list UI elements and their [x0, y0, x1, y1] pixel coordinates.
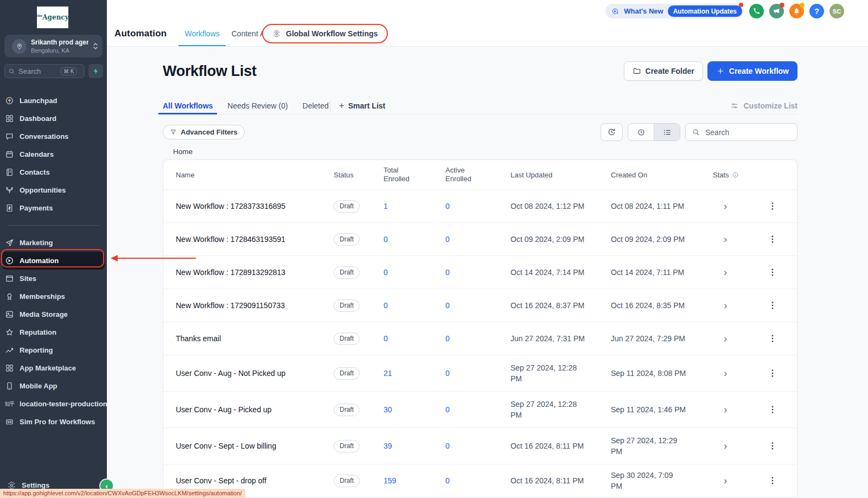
- workflow-name[interactable]: New Workflow : 1728373316895: [163, 202, 334, 210]
- column-header-name: Name: [163, 171, 334, 179]
- row-menu-kebab[interactable]: ⋮: [768, 476, 777, 485]
- sidebar-item-memberships[interactable]: Memberships: [2, 288, 105, 305]
- workflow-name[interactable]: User Conv - Sept - drop off: [163, 476, 334, 485]
- conversations-icon: [5, 132, 14, 141]
- active-enrolled-link[interactable]: 0: [445, 301, 450, 310]
- total-enrolled-link[interactable]: 159: [384, 476, 396, 485]
- active-enrolled-link[interactable]: 0: [445, 268, 450, 277]
- media-storage-icon: [5, 310, 14, 319]
- row-menu-kebab[interactable]: ⋮: [768, 441, 777, 450]
- quick-actions-button[interactable]: [88, 64, 103, 78]
- workflow-name[interactable]: User Conv - Aug - Not Picked up: [163, 369, 334, 378]
- sidebar-item-opportunities[interactable]: Opportunities: [2, 181, 105, 199]
- active-enrolled-link[interactable]: 0: [445, 202, 450, 210]
- sidebar-item-location-tester-production[interactable]: 知乎 location-tester-production: [2, 395, 105, 413]
- workflow-name[interactable]: New Workflow : 1728463193591: [163, 235, 334, 244]
- total-enrolled-link[interactable]: 30: [384, 405, 392, 414]
- workflow-search[interactable]: [685, 123, 797, 141]
- account-switcher[interactable]: Srikanth prod agenc... Bengaluru, KA: [4, 35, 103, 58]
- total-enrolled-link[interactable]: 39: [384, 442, 392, 450]
- row-menu-kebab[interactable]: ⋮: [768, 334, 777, 343]
- list-view-toggle[interactable]: [654, 124, 680, 141]
- row-menu-kebab[interactable]: ⋮: [768, 201, 777, 210]
- active-enrolled-link[interactable]: 0: [445, 235, 450, 244]
- create-folder-button[interactable]: Create Folder: [624, 61, 703, 81]
- sidebar-item-contacts[interactable]: Contacts: [2, 163, 105, 181]
- sidebar-item-marketing[interactable]: Marketing: [2, 234, 105, 252]
- phone-button[interactable]: [749, 4, 764, 18]
- tab-needs-review[interactable]: Needs Review (0): [227, 97, 288, 114]
- active-enrolled-link[interactable]: 0: [445, 369, 450, 378]
- sidebar-item-media-storage[interactable]: Media Storage: [2, 305, 105, 323]
- notification-dot: [739, 3, 743, 7]
- stats-expand-chevron[interactable]: ›: [713, 367, 727, 379]
- info-icon[interactable]: [732, 171, 739, 178]
- row-menu-kebab[interactable]: ⋮: [768, 301, 777, 310]
- sidebar-item-reporting[interactable]: Reporting: [2, 341, 105, 359]
- sidebar-item-automation[interactable]: Automation: [2, 252, 105, 270]
- automation-updates-badge[interactable]: Automation Updates: [668, 5, 742, 17]
- total-enrolled-link[interactable]: 0: [384, 268, 388, 277]
- active-enrolled-link[interactable]: 0: [445, 334, 450, 343]
- stats-expand-chevron[interactable]: ›: [713, 200, 727, 212]
- app-marketplace-icon: [5, 363, 14, 373]
- sidebar-item-conversations[interactable]: Conversations: [2, 127, 105, 145]
- sidebar-search[interactable]: ⌘ K: [4, 64, 85, 78]
- folder-icon: [633, 67, 641, 75]
- notifications-button[interactable]: [789, 4, 804, 18]
- page-section-title: Automation: [114, 28, 167, 39]
- advanced-filters-button[interactable]: Advanced Filters: [163, 125, 245, 139]
- user-avatar[interactable]: SC: [829, 4, 844, 18]
- help-button[interactable]: ?: [809, 4, 824, 18]
- sidebar-item-launchpad[interactable]: Launchpad: [2, 92, 105, 110]
- row-menu-kebab[interactable]: ⋮: [768, 234, 777, 244]
- sidebar-item-app-marketplace[interactable]: App Marketplace: [2, 359, 105, 377]
- workflow-name[interactable]: New Workflow : 1728913292813: [163, 268, 334, 277]
- table-row: User Conv - Sept - Low billing Draft 39 …: [163, 427, 797, 464]
- announcements-button[interactable]: [769, 4, 784, 18]
- row-menu-kebab[interactable]: ⋮: [768, 405, 777, 414]
- tab-deleted[interactable]: Deleted: [303, 97, 329, 114]
- global-workflow-settings-button[interactable]: Global Workflow Settings: [262, 24, 388, 43]
- whats-new-pill[interactable]: What's New Automation Updates: [605, 4, 744, 18]
- total-enrolled-link[interactable]: 21: [384, 369, 392, 378]
- total-enrolled-link[interactable]: 0: [384, 235, 388, 244]
- total-enrolled-link[interactable]: 1: [384, 202, 388, 210]
- sidebar-search-input[interactable]: [18, 67, 58, 75]
- total-enrolled-link[interactable]: 0: [384, 301, 388, 310]
- sidebar-item-sites[interactable]: Sites: [2, 270, 105, 288]
- enrollment-history-button[interactable]: [601, 123, 623, 141]
- sidebar-item-sim-pro-for-workflows[interactable]: Sim Pro for Workflows: [2, 413, 105, 431]
- workflow-name[interactable]: User Conv - Sept - Low billing: [163, 442, 334, 450]
- workflow-name[interactable]: New Workflow : 1729091150733: [163, 301, 334, 310]
- stats-expand-chevron[interactable]: ›: [713, 440, 727, 451]
- row-menu-kebab[interactable]: ⋮: [768, 267, 777, 277]
- payments-icon: [5, 203, 14, 213]
- row-menu-kebab[interactable]: ⋮: [768, 368, 777, 378]
- workflow-name[interactable]: Thanks email: [163, 334, 334, 343]
- sidebar-item-calendars[interactable]: Calendars: [2, 145, 105, 163]
- active-enrolled-link[interactable]: 0: [445, 405, 450, 414]
- breadcrumb[interactable]: Home: [163, 148, 797, 157]
- stats-expand-chevron[interactable]: ›: [713, 233, 727, 245]
- workflow-search-input[interactable]: [704, 127, 782, 137]
- workflow-name[interactable]: User Conv - Aug - Picked up: [163, 405, 334, 414]
- sidebar-item-mobile-app[interactable]: Mobile App: [2, 377, 105, 395]
- total-enrolled-link[interactable]: 0: [384, 334, 388, 343]
- customize-list-button[interactable]: Customize List: [730, 101, 797, 110]
- smart-list-button[interactable]: + Smart List: [339, 101, 385, 110]
- tab-all-workflows[interactable]: All Workflows: [163, 97, 213, 114]
- time-view-toggle[interactable]: [628, 124, 654, 141]
- active-enrolled-link[interactable]: 0: [445, 476, 450, 485]
- sidebar-item-payments[interactable]: Payments: [2, 199, 105, 217]
- stats-expand-chevron[interactable]: ›: [713, 333, 727, 344]
- stats-expand-chevron[interactable]: ›: [713, 475, 727, 486]
- tab-workflows[interactable]: Workflows: [178, 21, 225, 46]
- create-workflow-button[interactable]: Create Workflow: [707, 61, 797, 81]
- sidebar-item-dashboard[interactable]: Dashboard: [2, 110, 105, 127]
- sidebar-item-reputation[interactable]: Reputation: [2, 323, 105, 341]
- stats-expand-chevron[interactable]: ›: [713, 266, 727, 278]
- stats-expand-chevron[interactable]: ›: [713, 404, 727, 415]
- stats-expand-chevron[interactable]: ›: [713, 299, 727, 311]
- active-enrolled-link[interactable]: 0: [445, 442, 450, 450]
